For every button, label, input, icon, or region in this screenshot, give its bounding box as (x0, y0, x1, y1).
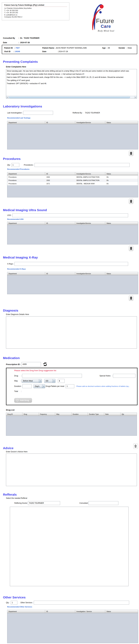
per-meal-input[interactable] (66, 384, 74, 388)
cell-id: 1571 (45, 183, 75, 184)
consulted-by-label: Consulted By (3, 37, 18, 39)
diagnosis-section: Diagnosis Enter Diagnosis Details Here (0, 308, 139, 348)
logo-future-text: Future (96, 18, 114, 24)
lab-investigation-input[interactable] (23, 111, 53, 115)
drug-input[interactable] (22, 374, 82, 378)
cell-service: DENTAL - MEDIUM XRAY (75, 183, 105, 184)
xray-section: Medical Imaging X-Ray X-Rays : Recommend… (0, 256, 139, 301)
company-name: Future Care by Future Holdings (Pty) Lim… (4, 4, 67, 7)
procedures-table: Department ID Investigation/Service Stat… (7, 172, 138, 198)
trash-icon (130, 247, 132, 250)
scroll-right-arrow-icon[interactable]: ► (134, 96, 136, 98)
advice-textarea[interactable] (6, 454, 137, 486)
medication-section: Medication Prescription ID : Please sele… (0, 356, 139, 436)
company-email: E: jude@future.sc (4, 14, 67, 16)
age-label: Age : (102, 47, 107, 49)
lab-investigations-section: Laboratory Investigations Lab Investinga… (0, 104, 139, 156)
referrals-section: Refferals Select the needed Refferal Ref… (0, 493, 139, 586)
recommended-uss-link[interactable]: Recommended USS (7, 218, 24, 220)
column-header-status: Status (105, 172, 138, 175)
duration-input[interactable] (22, 384, 32, 388)
delete-drug-row-button[interactable] (133, 444, 138, 449)
scroll-left-arrow-icon[interactable]: ◄ (6, 96, 8, 98)
duration-label: Duration : (14, 385, 22, 387)
procedures-table-body: Procedures 1552 DENTAL-SIMPLE EXTRACTION… (7, 176, 138, 197)
consulted-by-line: Consulted By : Dr. TAZIO TOURNIER (3, 36, 139, 40)
duration-type-select[interactable]: Day/s ▼ (34, 384, 45, 388)
patient-name-label: Patient Name : (42, 47, 55, 49)
way-label: Way : (14, 380, 22, 382)
table-row[interactable]: Procedures 1552 DENTAL-SIMPLE EXTRACTION… (7, 176, 138, 179)
logo-red-dot (100, 5, 104, 8)
column-header-department: Department (7, 172, 45, 175)
column-header-service: Investigation / Service (75, 610, 105, 613)
presenting-complaints-section: Presenting Complaints Enter Complaints H… (0, 60, 139, 98)
patient-row-1: Patient ID : 7507 Patient Name : JEAN RE… (4, 46, 135, 50)
delete-xray-row-button[interactable] (129, 296, 133, 301)
visit-id-label: Visit ID : (4, 50, 14, 52)
column-header-drug: Drug (22, 413, 39, 416)
procedures-title: Procedures (3, 157, 139, 161)
xray-input[interactable] (14, 262, 128, 266)
other-services-input[interactable] (34, 601, 129, 604)
recommended-other-services-link[interactable]: Recommended Other Services (7, 606, 32, 608)
empty-table-area (7, 185, 138, 197)
visit-id-value: 14549 (15, 50, 20, 52)
consultant-label: Consultant (80, 502, 89, 504)
column-header-department: Department (7, 272, 45, 275)
way-qty-input[interactable] (58, 379, 64, 383)
refresh-icon (43, 362, 48, 366)
uss-input[interactable] (12, 213, 128, 217)
procedures-qty-input[interactable] (12, 163, 19, 167)
way-select[interactable]: Before Meal ▼ (22, 379, 42, 383)
frequency-select[interactable]: OD ▼ (44, 379, 56, 383)
clinic-info-box: Future Care by Future Holdings (Pty) Lim… (2, 2, 69, 20)
column-header-frequency: Fequency (39, 413, 55, 416)
other-services-table: Department ID Investigation / Service St… (7, 610, 138, 643)
diagnosis-textarea[interactable] (6, 316, 137, 348)
cell-department: Procedures (7, 183, 45, 184)
drug-list-label: Drug List (6, 409, 139, 411)
column-header-service: Investigation/Service (75, 121, 105, 124)
column-header-way: Way (55, 413, 72, 416)
drug-label: Drug : (14, 375, 22, 377)
referred-by-value: TAZIO TOURNIER (85, 112, 100, 114)
prescription-id-input[interactable] (22, 362, 41, 366)
trash-icon (130, 200, 132, 203)
special-notes-input[interactable] (113, 374, 136, 378)
procedures-input[interactable] (34, 163, 130, 167)
recommended-procedures-link[interactable]: Recommended Procedures (7, 168, 30, 170)
chevron-down-icon: ▼ (42, 384, 45, 388)
prescription-row: Prescription ID : (6, 362, 139, 367)
logo-blue-dot (99, 11, 102, 14)
chevron-down-icon: ▼ (52, 379, 55, 383)
referring-doctor-input[interactable] (28, 501, 60, 505)
lab-table: Department ID Investigation/Service Stat… (7, 121, 138, 150)
add-drug-button[interactable]: + Add Drug (14, 398, 32, 403)
recommended-xrays-link[interactable]: Recommended X-Rays (7, 268, 26, 270)
complaints-label: Enter Complaints Here (6, 66, 139, 68)
refresh-prescription-button[interactable] (43, 362, 48, 367)
drug-row: Drug : Special Notes : (14, 374, 137, 378)
lab-table-header: Department ID Investigation/Service Stat… (7, 121, 138, 124)
cell-status: Ok (105, 176, 138, 178)
table-row[interactable]: Procedures 1552 DENTAL-SIMPLE EXTRACTION… (7, 179, 138, 182)
scrollbar-thumb[interactable] (9, 96, 130, 98)
consultant-input[interactable] (88, 501, 118, 505)
procedures-input-label: Procedures : (23, 164, 34, 166)
visit-id-group: Visit ID : 14549 (4, 50, 42, 52)
uss-title: Medical Imaging Ultra Sound (3, 208, 139, 212)
complaints-horizontal-scrollbar[interactable]: ◄ ► (6, 96, 137, 98)
patient-id-value: 7507 (16, 47, 20, 49)
delete-lab-row-button[interactable] (129, 150, 133, 156)
referral-list-box[interactable] (10, 507, 128, 586)
gender-value: Male (128, 47, 132, 49)
heart-icon: ♥ (104, 26, 105, 28)
delete-procedure-row-button[interactable] (129, 198, 133, 204)
complaints-textarea[interactable]: Since tuesday pain. He was here and Mari… (6, 69, 137, 96)
table-row[interactable]: Procedures 1571 DENTAL - MEDIUM XRAY Ok (7, 182, 138, 185)
recommended-lab-testings-link[interactable]: Recommended Lab Testings (7, 117, 30, 119)
other-qty-input[interactable] (11, 601, 17, 604)
drug-list-table-body (6, 416, 137, 436)
delete-uss-row-button[interactable] (129, 246, 133, 251)
